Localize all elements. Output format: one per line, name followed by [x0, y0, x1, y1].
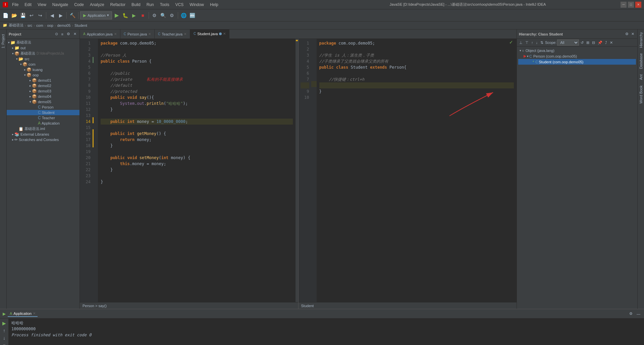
breadcrumb-src[interactable]: src — [28, 23, 33, 27]
close-button[interactable]: ✕ — [635, 2, 641, 8]
breadcrumb-demo05[interactable]: demo05 — [57, 23, 71, 27]
right-code-editor[interactable]: package com.oop.demo05; //学生 is 人：派生类，子类… — [317, 39, 517, 302]
run-scroll-down-button[interactable]: ↓ — [1, 335, 8, 341]
run-scroll-up-button[interactable]: ↑ — [1, 327, 8, 334]
settings-button[interactable]: ⚙ — [168, 11, 176, 19]
undo-button[interactable]: ↩ — [28, 11, 36, 19]
menu-vcs[interactable]: VCS — [173, 2, 186, 8]
tree-student[interactable]: ▸ C Student — [7, 110, 79, 115]
project-settings-button[interactable]: ⚙ — [66, 31, 71, 37]
open-button[interactable]: 📂 — [10, 11, 18, 19]
tree-application[interactable]: ▸ A Application — [7, 121, 79, 126]
redo-button[interactable]: ↪ — [36, 11, 44, 19]
menu-edit[interactable]: Edit — [22, 2, 34, 8]
hier-export-btn[interactable]: ⤴ — [604, 40, 608, 45]
sdk-config-button[interactable]: ⚙ — [151, 11, 159, 19]
search-everywhere-button[interactable]: 🔍 — [159, 11, 167, 19]
hier-close-btn[interactable]: ✕ — [609, 40, 614, 45]
menu-help[interactable]: Help — [207, 2, 221, 8]
tree-demo04[interactable]: ▸ 📦 demo04 — [7, 94, 79, 99]
run-stop-button[interactable]: ■ — [1, 342, 8, 345]
breadcrumb-root[interactable]: 基础语法 — [9, 23, 23, 28]
stop-button[interactable]: ■ — [139, 11, 147, 19]
tree-out[interactable]: ▸ 📁 out — [7, 45, 79, 51]
breadcrumb-student[interactable]: Student — [74, 23, 87, 27]
tree-jifachufa[interactable]: ▾ 📦 基础语法 D:\IdeaProjects\Ja — [7, 51, 79, 56]
right-tab-database[interactable]: Database — [638, 51, 644, 72]
right-tab-hierarchy[interactable]: Hierarchy — [638, 29, 644, 51]
tab-student-close[interactable]: ✕ — [223, 32, 226, 36]
menu-refactor[interactable]: Refactor — [108, 2, 128, 8]
project-expand-button[interactable]: ≡ — [60, 32, 64, 37]
tab-person-close[interactable]: ✕ — [148, 32, 151, 36]
hier-student[interactable]: ▸ ▸ * C Student (com.oop.demo05) — [518, 59, 636, 65]
hier-callees-btn[interactable]: ↓ — [535, 40, 539, 45]
new-file-button[interactable]: 📄 — [1, 11, 9, 19]
menu-file[interactable]: File — [9, 2, 21, 8]
left-code-editor[interactable]: package com.oop.demo05; //Person 人 publi… — [98, 39, 296, 302]
breadcrumb-com[interactable]: com — [36, 23, 43, 27]
run-button[interactable]: ▶ — [113, 11, 121, 19]
menu-tools[interactable]: Tools — [157, 2, 172, 8]
run-settings-button[interactable]: ⚙ — [628, 311, 634, 316]
translate-button[interactable]: 🌐 — [180, 11, 188, 19]
hier-collapse-btn[interactable]: ⊟ — [591, 40, 596, 45]
hier-object[interactable]: ▾ ○ Object (java.lang) — [518, 48, 636, 53]
hier-sort-btn[interactable]: ⇅ — [539, 40, 544, 45]
minimize-button[interactable]: ─ — [621, 2, 627, 8]
tree-ext-libs[interactable]: ▸ 📚 External Libraries — [7, 132, 79, 137]
tab-person[interactable]: C Person.java ✕ — [120, 29, 155, 39]
hier-supertypes-btn[interactable]: ⊤ — [524, 40, 530, 45]
hier-refresh-btn[interactable]: ↺ — [580, 40, 585, 45]
menu-analyze[interactable]: Analyze — [87, 2, 107, 8]
tree-demo05[interactable]: ▾ 📦 demo05 — [7, 99, 79, 105]
breadcrumb-oop[interactable]: oop — [47, 23, 53, 27]
tree-teacher[interactable]: ▸ C Teacher — [7, 115, 79, 121]
tree-com[interactable]: ▾ 📦 com — [7, 62, 79, 67]
project-locate-button[interactable]: ⊙ — [54, 31, 59, 37]
maximize-button[interactable]: □ — [628, 2, 634, 8]
forward-button[interactable]: ▶ — [57, 11, 65, 19]
tab-teacher[interactable]: C Teacher.java ✕ — [155, 29, 190, 39]
tab-application[interactable]: A Application.java ✕ — [80, 29, 120, 39]
tree-demo01[interactable]: ▸ 📦 demo01 — [7, 78, 79, 83]
build-button[interactable]: 🔨 — [68, 11, 76, 19]
debug-button[interactable]: 🐛 — [121, 11, 129, 19]
tree-src[interactable]: ▾ 📂 src — [7, 56, 79, 62]
hierarchy-close-button[interactable]: ✕ — [630, 31, 635, 37]
tab-teacher-close[interactable]: ✕ — [184, 32, 186, 36]
menu-build[interactable]: Build — [129, 2, 143, 8]
hier-person[interactable]: ▶ ▾ C Person (com.oop.demo05) — [518, 53, 636, 59]
hier-pin-btn[interactable]: 📌 — [597, 40, 603, 45]
tree-oop[interactable]: ▾ 📦 oop — [7, 72, 79, 78]
run-tab-application[interactable]: A Application ✕ — [8, 311, 38, 317]
tree-person[interactable]: ▸ C Person — [7, 105, 79, 110]
tree-scratches[interactable]: ▸ ✏ Scratches and Consoles — [7, 137, 79, 142]
translate2-button[interactable]: 🔤 — [189, 11, 197, 19]
hier-subtypes-btn[interactable]: ⊥ — [518, 40, 524, 45]
right-tab-wordbook[interactable]: Word Book — [638, 83, 644, 106]
run-with-coverage-button[interactable]: ▶ — [130, 11, 138, 19]
tree-root[interactable]: ▾ 📁 基础语法 — [7, 40, 79, 45]
run-minimize-button[interactable]: — — [636, 312, 641, 316]
run-config-selector[interactable]: ▶ Application ▾ — [80, 11, 112, 19]
menu-view[interactable]: View — [35, 2, 49, 8]
menu-code[interactable]: Code — [71, 2, 87, 8]
project-close-button[interactable]: ✕ — [72, 31, 77, 37]
menu-run[interactable]: Run — [144, 2, 157, 8]
tree-demo03[interactable]: ▸ 📦 demo03 — [7, 88, 79, 94]
tab-student[interactable]: C Student.java ✕ — [190, 29, 229, 39]
tab-application-close[interactable]: ✕ — [114, 32, 117, 36]
scope-select[interactable]: All Project — [557, 40, 579, 46]
menu-window[interactable]: Window — [187, 2, 207, 8]
menu-navigate[interactable]: Navigate — [50, 2, 71, 8]
hierarchy-settings-button[interactable]: ⚙ — [624, 31, 630, 37]
run-play-button[interactable]: ▶ — [1, 320, 8, 327]
run-tab-close[interactable]: ✕ — [33, 312, 36, 315]
tree-demo02[interactable]: ▸ 📦 demo02 — [7, 83, 79, 88]
right-tab-ant[interactable]: Ant — [638, 72, 644, 83]
project-tab[interactable]: 1: Project — [1, 32, 6, 50]
back-button[interactable]: ◀ — [48, 11, 56, 19]
save-button[interactable]: 💾 — [19, 11, 27, 19]
tree-kuang[interactable]: ▸ 📦 kuang — [7, 67, 79, 72]
